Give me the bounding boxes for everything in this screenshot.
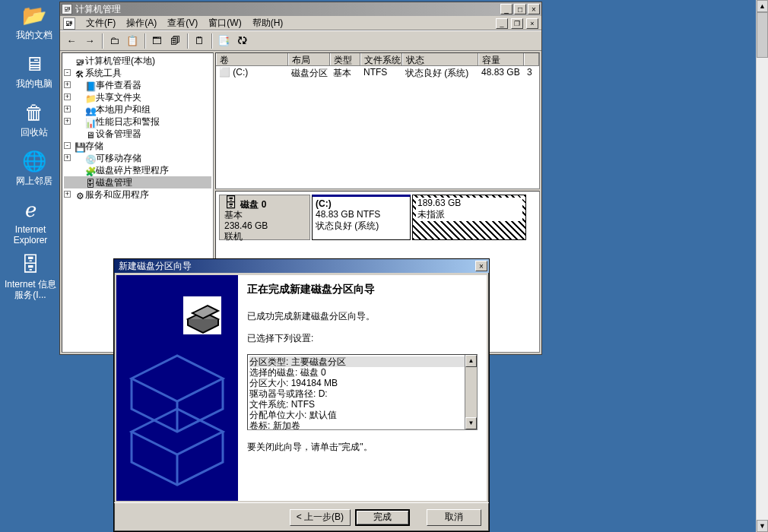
cell-capacity: 48.83 GB (478, 66, 524, 79)
cell-layout: 磁盘分区 (288, 66, 330, 79)
partition-c[interactable]: (C:) 48.83 GB NTFS 状态良好 (系统) (312, 195, 411, 240)
page-scrollbar[interactable]: ▲ ▼ (756, 0, 768, 532)
desktop-icon-label: Internet 信息服务(I... (4, 279, 57, 300)
close-button[interactable]: × (528, 4, 540, 14)
tree-device-manager[interactable]: 🖥设备管理器 (64, 128, 211, 140)
tree-removable[interactable]: +💿可移动存储 (64, 152, 211, 164)
tree-systools[interactable]: -🛠系统工具 (64, 67, 211, 79)
desktop-icon-iis[interactable]: 🗄Internet 信息服务(I... (4, 252, 57, 300)
back-button[interactable]: < 上一步(B) (290, 509, 351, 526)
scroll-down-icon[interactable]: ▼ (757, 520, 768, 532)
summary-line: 卷标: 新加卷 (249, 420, 475, 430)
list-icon[interactable]: 🗒 (191, 33, 208, 49)
menu-help[interactable]: 帮助(H) (248, 15, 288, 31)
expand-icon[interactable]: + (64, 106, 71, 112)
tree-root[interactable]: 🖳计算机管理(本地) (64, 55, 211, 67)
mdi-close-button[interactable]: × (526, 18, 538, 29)
menu-file[interactable]: 文件(F) (81, 15, 120, 31)
collapse-icon[interactable]: - (64, 142, 71, 149)
expand-icon[interactable]: + (64, 118, 71, 125)
volume-list[interactable]: 卷 布局 类型 文件系统 状态 容量 ⬜ (C:) 磁盘分区 基本 NTFS 状… (215, 52, 540, 189)
menu-window[interactable]: 窗口(W) (204, 15, 246, 31)
wizard-done-text: 已成功完成新建磁盘分区向导。 (247, 310, 478, 323)
tree-storage[interactable]: -💾存储 (64, 140, 211, 152)
show-hide-tree-icon[interactable]: 🗔 (148, 33, 165, 49)
minimize-button[interactable]: _ (500, 4, 513, 14)
wizard-content: 正在完成新建磁盘分区向导 已成功完成新建磁盘分区向导。 已选择下列设置: 分区类… (238, 275, 487, 501)
col-more[interactable] (524, 53, 539, 65)
export-icon[interactable]: 🗐 (167, 33, 183, 49)
mdi-minimize-button[interactable]: _ (496, 18, 508, 29)
col-status[interactable]: 状态 (402, 53, 478, 65)
disk-status: 联机 (224, 231, 243, 242)
scroll-thumb[interactable] (757, 12, 768, 58)
cancel-button[interactable]: 取消 (427, 509, 481, 526)
tree-shared-folders[interactable]: +📁共享文件夹 (64, 91, 211, 103)
cell-volume: ⬜ (C:) (216, 66, 288, 79)
desktop-icon-network[interactable]: 🌐网上邻居 (8, 149, 61, 186)
mmc-app-icon[interactable]: 🖳 (63, 17, 75, 30)
menu-action[interactable]: 操作(A) (122, 15, 161, 31)
forward-icon[interactable]: → (81, 33, 98, 49)
wizard-close-button[interactable]: × (475, 261, 487, 271)
scrollbar[interactable]: ▲ ▼ (465, 355, 477, 429)
menu-view[interactable]: 查看(V) (163, 15, 202, 31)
expand-icon[interactable]: + (64, 191, 71, 198)
network-icon: 🌐 (22, 149, 46, 173)
summary-line: 分配单位大小: 默认值 (249, 410, 475, 420)
desktop-icon-my-computer[interactable]: 🖥我的电脑 (8, 52, 61, 89)
scroll-up-icon[interactable]: ▲ (757, 0, 768, 12)
wizard-heading: 正在完成新建磁盘分区向导 (247, 283, 478, 296)
up-folder-icon[interactable]: 🗀 (106, 33, 122, 49)
expand-icon[interactable]: + (64, 93, 71, 100)
disk-name: 磁盘 0 (240, 199, 266, 210)
partition-c-status: 状态良好 (系统) (316, 220, 379, 231)
mdi-restore-button[interactable]: ❐ (511, 18, 523, 29)
tree-local-users[interactable]: +👥本地用户和组 (64, 103, 211, 116)
collapse-icon[interactable]: - (64, 69, 71, 76)
expand-icon[interactable]: + (64, 154, 71, 161)
back-icon[interactable]: ← (63, 33, 80, 49)
tree-services-apps[interactable]: +⚙服务和应用程序 (64, 188, 211, 201)
desktop-icon-ie[interactable]: ℯInternet Explorer (4, 198, 57, 245)
desktop-icon-label: Internet Explorer (4, 224, 57, 245)
scroll-down-icon[interactable]: ▼ (465, 417, 477, 429)
disk-info[interactable]: 🗄 磁盘 0 基本 238.46 GB 联机 (219, 195, 310, 240)
tree-disk-management[interactable]: 🗄磁盘管理 (64, 176, 211, 188)
recycle-bin-icon: 🗑 (22, 100, 46, 125)
help-icon[interactable]: 📑 (215, 33, 232, 49)
summary-line: 分区大小: 194184 MB (249, 378, 475, 388)
cell-status: 状态良好 (系统) (402, 66, 478, 79)
mmc-titlebar[interactable]: 🖳 计算机管理 _ □ × (60, 2, 541, 16)
col-volume[interactable]: 卷 (216, 53, 288, 65)
col-layout[interactable]: 布局 (288, 53, 330, 65)
partition-unallocated[interactable]: 189.63 GB 未指派 (412, 195, 526, 240)
wizard-summary-list[interactable]: 分区类型: 主要磁盘分区选择的磁盘: 磁盘 0分区大小: 194184 MB驱动… (247, 354, 478, 430)
desktop-icon-label: 我的电脑 (8, 78, 61, 89)
desktop-icon-my-docs[interactable]: 📂我的文档 (8, 3, 61, 40)
cell-more: 3 (524, 66, 539, 79)
finish-button[interactable]: 完成 (355, 509, 410, 526)
col-capacity[interactable]: 容量 (478, 53, 524, 65)
col-type[interactable]: 类型 (330, 53, 360, 65)
iis-icon: 🗄 (18, 252, 43, 277)
maximize-button[interactable]: □ (514, 4, 526, 14)
partition-c-info: 48.83 GB NTFS (316, 209, 380, 220)
properties-icon[interactable]: 📋 (124, 33, 141, 49)
partition-c-name: (C:) (316, 198, 332, 209)
wizard-titlebar[interactable]: 新建磁盘分区向导 × (114, 259, 489, 273)
scroll-up-icon[interactable]: ▲ (465, 355, 477, 367)
tree-event-viewer[interactable]: +📘事件查看器 (64, 79, 211, 91)
tree-perf-logs[interactable]: +📊性能日志和警报 (64, 116, 211, 128)
expand-icon[interactable]: + (64, 81, 71, 88)
col-filesystem[interactable]: 文件系统 (360, 53, 402, 65)
refresh-icon[interactable]: 🗘 (233, 33, 250, 49)
desktop-icon-recycle-bin[interactable]: 🗑回收站 (8, 100, 61, 138)
my-computer-icon: 🖥 (22, 52, 46, 76)
tree-defrag[interactable]: 🧩磁盘碎片整理程序 (64, 164, 211, 176)
cell-fs: NTFS (360, 66, 402, 79)
disk-size: 238.46 GB (224, 220, 268, 231)
disk-icon: 🗄 (224, 195, 238, 211)
disk-type: 基本 (224, 210, 243, 220)
volume-row[interactable]: ⬜ (C:) 磁盘分区 基本 NTFS 状态良好 (系统) 48.83 GB 3 (216, 66, 539, 79)
